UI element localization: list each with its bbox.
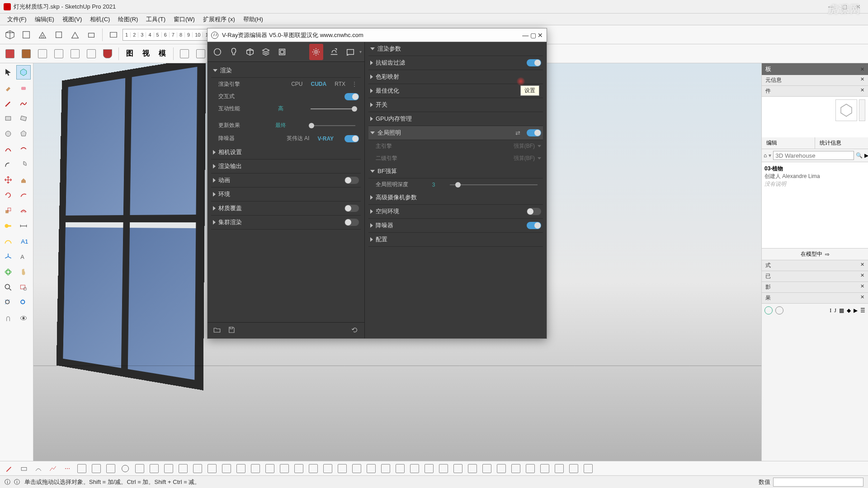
section-advanced-camera[interactable]: 高级摄像机参数 (368, 191, 543, 205)
minimize-button[interactable]: — (522, 32, 528, 39)
arc-tool-icon[interactable] (1, 142, 15, 156)
section-animation[interactable]: 动画 (211, 174, 361, 188)
maximize-button[interactable]: ▢ (530, 32, 536, 39)
tab-edit[interactable]: 编辑 (762, 137, 815, 149)
tool-icon[interactable] (582, 463, 594, 474)
menu-help[interactable]: 帮助(H) (240, 14, 267, 25)
more-icon[interactable]: ⋮ (350, 81, 359, 87)
tool-icon[interactable] (206, 463, 218, 474)
rotate-tool-icon[interactable] (1, 188, 15, 202)
menu-edit[interactable]: 编辑(E) (31, 14, 58, 25)
tool-icon[interactable] (495, 463, 507, 474)
menu-tools[interactable]: 工具(T) (142, 14, 169, 25)
override-toggle[interactable] (344, 205, 359, 212)
select-tool-icon[interactable] (1, 65, 15, 80)
denoiser-toggle[interactable] (344, 135, 359, 142)
panel-close-icon[interactable]: ✕ (860, 262, 864, 269)
eraser-tool-icon[interactable] (16, 80, 31, 95)
panel-close-icon[interactable]: ✕ (860, 283, 864, 291)
iso-view-icon[interactable] (3, 28, 17, 42)
scene-tab[interactable]: 2 (131, 32, 138, 38)
tool-icon[interactable] (438, 463, 449, 474)
tool-icon[interactable] (553, 463, 565, 474)
tool-icon[interactable] (278, 463, 290, 474)
section-render[interactable]: 渲染 (211, 64, 361, 78)
rotated-rect-tool-icon[interactable] (16, 111, 31, 126)
scene-tab[interactable]: 5 (154, 32, 162, 38)
tool-icon[interactable]: 模 (155, 47, 170, 61)
protractor-tool-icon[interactable] (1, 234, 15, 249)
tool-icon[interactable] (264, 463, 276, 474)
tool-icon[interactable] (524, 463, 536, 474)
swarm-toggle[interactable] (344, 219, 359, 226)
panel-row[interactable]: 件✕ (762, 86, 868, 97)
section-gpu-memory[interactable]: GPU内存管理 (368, 112, 543, 126)
polygon-tool-icon[interactable] (16, 127, 31, 141)
tool-icon[interactable] (76, 463, 88, 474)
panel-close-icon[interactable]: ✕ (860, 87, 864, 95)
tool-icon[interactable] (134, 463, 146, 474)
scene-tab[interactable]: 1 (123, 32, 131, 38)
denoiser-nvidia[interactable]: 英伟达 AI (283, 134, 313, 143)
tool-icon[interactable] (84, 47, 99, 61)
tool-icon[interactable] (307, 463, 319, 474)
panel-row[interactable]: 式✕ (762, 260, 868, 271)
tool-icon[interactable] (351, 463, 363, 474)
orbit-tool-icon[interactable] (1, 265, 15, 279)
scene-tab[interactable]: 6 (162, 32, 170, 38)
tool-icon[interactable] (365, 463, 377, 474)
interactive-toggle[interactable] (344, 93, 359, 100)
panel-close-icon[interactable]: ✕ (860, 272, 864, 280)
section-antialias[interactable]: 抗锯齿过滤 (368, 56, 543, 70)
space-env-toggle[interactable] (527, 208, 541, 215)
scene-tab[interactable]: 9 (185, 32, 193, 38)
right-denoiser-toggle[interactable] (527, 222, 541, 229)
tool-icon[interactable] (336, 463, 348, 474)
tool-icon[interactable] (539, 463, 551, 474)
help-icon[interactable]: ⓘ (14, 478, 20, 486)
tool-icon[interactable] (467, 463, 478, 474)
settings-tab-icon[interactable] (309, 44, 324, 60)
top-view-icon[interactable] (19, 28, 33, 42)
tool-icon[interactable] (148, 463, 160, 474)
scale-tool-icon[interactable] (1, 203, 15, 218)
section-environment[interactable]: 环境 (211, 188, 361, 202)
position-camera-icon[interactable] (1, 311, 15, 325)
engine-cuda[interactable]: CUDA (307, 80, 330, 88)
scene-tab[interactable]: 3 (138, 32, 146, 38)
menu-icon[interactable]: ☰ (860, 307, 865, 314)
zoom-tool-icon[interactable] (1, 280, 15, 295)
info-icon[interactable]: ⓘ (5, 478, 10, 486)
tool-icon[interactable]: I (830, 307, 831, 314)
tool-icon[interactable] (423, 463, 435, 474)
folder-open-icon[interactable] (213, 326, 221, 335)
paint-tool-icon[interactable] (1, 80, 15, 95)
freehand-tool-icon[interactable] (16, 96, 31, 110)
tool-icon[interactable]: ◆ (847, 307, 851, 314)
tool-icon[interactable] (568, 463, 580, 474)
scene-tab[interactable]: 7 (170, 32, 177, 38)
add-icon[interactable] (764, 306, 773, 314)
tool-icon[interactable] (52, 47, 66, 61)
tool-icon[interactable] (192, 463, 203, 474)
remove-icon[interactable] (775, 306, 783, 314)
arc3-tool-icon[interactable] (1, 157, 15, 172)
tool-icon[interactable]: J (834, 307, 836, 314)
primary-engine-dropdown[interactable]: 强算(BF) (514, 142, 541, 150)
text-tool-icon[interactable]: A1 (16, 234, 31, 249)
tool-icon[interactable] (510, 463, 522, 474)
style-icon[interactable] (106, 28, 121, 42)
close-button[interactable]: ✕ (538, 32, 543, 39)
tool-icon[interactable] (18, 463, 30, 474)
reset-icon[interactable] (351, 326, 359, 335)
grid-icon[interactable]: ▦ (839, 307, 844, 314)
section-gi[interactable]: 全局照明⇄ (368, 126, 543, 140)
menu-extensions[interactable]: 扩展程序 (x) (199, 14, 239, 25)
textures-tab-icon[interactable] (275, 44, 289, 60)
home-icon[interactable]: ⌂ (764, 152, 767, 159)
engine-segmented[interactable]: CPU CUDA RTX ⋮ (288, 80, 359, 88)
menu-window[interactable]: 窗口(W) (170, 14, 198, 25)
tool-icon[interactable]: 图 (123, 47, 137, 61)
section-switches[interactable]: 开关 (368, 98, 543, 112)
tool-icon[interactable] (119, 463, 131, 474)
